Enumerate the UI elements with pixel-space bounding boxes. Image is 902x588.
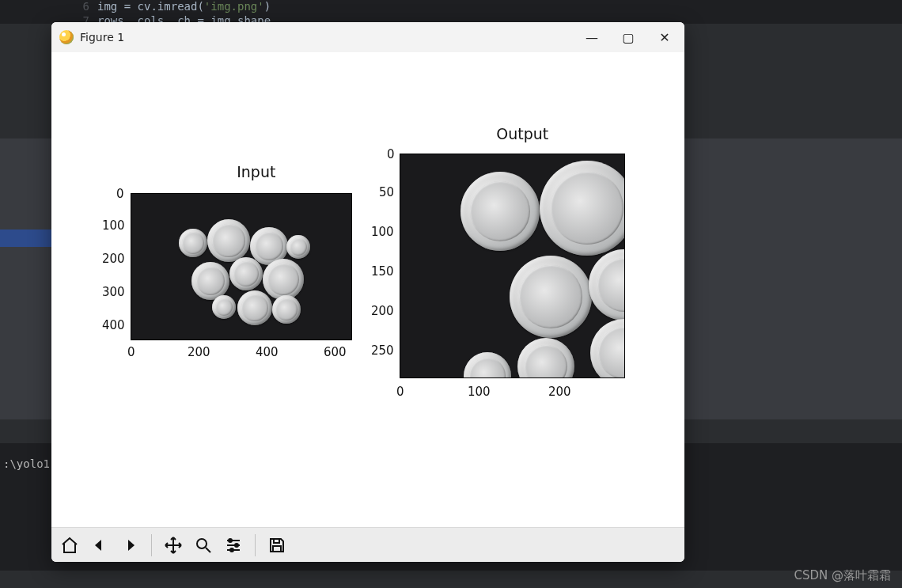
xtick: 200 — [188, 345, 210, 359]
xtick: 400 — [256, 345, 279, 359]
ytick: 100 — [102, 218, 125, 233]
app-icon — [59, 30, 74, 44]
ytick: 200 — [371, 304, 394, 318]
ytick: 0 — [116, 187, 124, 201]
mpl-toolbar — [51, 527, 684, 562]
subplot-output: Output 0 50 100 150 200 250 0 100 200 — [360, 147, 645, 464]
minimize-button[interactable]: — — [585, 30, 599, 45]
ytick: 100 — [371, 225, 394, 239]
subplot-input: Input 0 100 200 300 400 0 200 — [91, 187, 376, 424]
terminal-prompt: :\yolo1 — [3, 457, 50, 470]
plot-title: Input — [237, 163, 275, 180]
close-button[interactable]: ✕ — [658, 30, 672, 45]
toolbar-separator — [151, 534, 152, 556]
svg-point-3 — [230, 548, 233, 552]
axes-image-input — [131, 193, 352, 340]
window-title: Figure 1 — [80, 31, 124, 44]
ytick: 50 — [379, 185, 394, 199]
toolbar-separator — [255, 534, 256, 556]
editor-selection — [0, 230, 51, 247]
svg-point-2 — [235, 544, 238, 547]
forward-icon[interactable] — [119, 535, 140, 556]
figure-window: Figure 1 — ▢ ✕ Input 0 — [51, 22, 684, 562]
pan-icon[interactable] — [163, 535, 184, 556]
svg-point-1 — [229, 539, 232, 542]
ytick: 0 — [387, 147, 395, 161]
maximize-button[interactable]: ▢ — [621, 30, 635, 45]
xtick: 0 — [396, 385, 404, 399]
xtick: 600 — [324, 345, 347, 359]
zoom-icon[interactable] — [193, 535, 214, 556]
xtick: 0 — [127, 345, 135, 359]
titlebar[interactable]: Figure 1 — ▢ ✕ — [51, 22, 684, 52]
svg-point-0 — [197, 539, 207, 548]
xtick: 200 — [548, 385, 571, 399]
home-icon[interactable] — [59, 535, 80, 556]
back-icon[interactable] — [89, 535, 110, 556]
ytick: 400 — [102, 318, 125, 332]
xtick: 100 — [468, 385, 491, 399]
ytick: 200 — [102, 252, 125, 266]
watermark: CSDN @落叶霜霜 — [794, 568, 891, 583]
ytick: 300 — [102, 285, 125, 299]
plot-title: Output — [496, 125, 548, 142]
figure-canvas[interactable]: Input 0 100 200 300 400 0 200 — [51, 52, 684, 527]
axes-image-output — [400, 154, 625, 378]
ytick: 250 — [371, 343, 394, 358]
save-icon[interactable] — [267, 535, 287, 556]
ytick: 150 — [371, 264, 394, 279]
config-icon[interactable] — [223, 535, 244, 556]
